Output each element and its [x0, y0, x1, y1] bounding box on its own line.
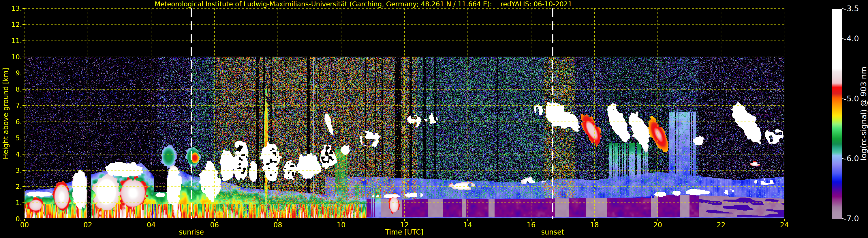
x-tick-mark: [214, 219, 215, 221]
x-tick-label: 14: [456, 221, 479, 229]
y-tick-label: 7.: [0, 101, 22, 109]
y-tick-label: 11.: [0, 37, 22, 45]
y-tick-mark: [23, 105, 25, 106]
x-tick-label: 16: [520, 221, 543, 229]
x-tick-mark: [721, 219, 721, 221]
colorbar: [832, 9, 842, 219]
colorbar-tick-mark: [842, 8, 843, 9]
colorbar-tick-label: -3.5: [844, 4, 867, 13]
x-tick-label: 04: [140, 221, 163, 229]
x-tick-label: 22: [709, 221, 733, 229]
y-tick-mark: [23, 8, 25, 9]
x-tick-mark: [277, 219, 278, 221]
y-tick-label: 4.: [0, 150, 22, 158]
x-tick-label: 18: [583, 221, 606, 229]
y-tick-mark: [23, 138, 25, 138]
y-tick-mark: [23, 122, 25, 122]
sunrise-label: sunrise: [179, 228, 204, 236]
sunset-label: sunset: [541, 228, 564, 236]
x-tick-label: 00: [13, 221, 36, 229]
colorbar-tick-label: -7.0: [844, 214, 867, 223]
y-tick-mark: [23, 154, 25, 155]
x-tick-mark: [657, 219, 658, 221]
y-tick-mark: [23, 89, 25, 89]
colorbar-tick-label: -6.0: [844, 154, 867, 163]
y-tick-label: 12.: [0, 21, 22, 29]
x-tick-label: 08: [266, 221, 289, 229]
x-tick-label: 06: [203, 221, 226, 229]
x-tick-mark: [467, 219, 468, 221]
x-tick-label: 20: [646, 221, 669, 229]
y-tick-label: 13.: [0, 4, 22, 12]
colorbar-tick-label: -5.0: [844, 94, 867, 103]
y-tick-mark: [23, 73, 25, 73]
figure: Meteorological Institute of Ludwig-Maxim…: [0, 0, 868, 238]
colorbar-tick-mark: [842, 99, 843, 99]
y-tick-label: 5.: [0, 134, 22, 142]
y-tick-label: 1.: [0, 199, 22, 207]
x-tick-mark: [404, 219, 405, 221]
y-tick-mark: [23, 57, 25, 57]
x-tick-mark: [531, 219, 531, 221]
x-tick-label: 02: [76, 221, 99, 229]
colorbar-label: log(rc-signal) @ 903 nm: [859, 67, 868, 161]
colorbar-tick-label: -4.0: [844, 34, 867, 43]
heatmap-canvas: [25, 8, 784, 219]
y-tick-label: 8.: [0, 85, 22, 93]
y-tick-label: 6.: [0, 118, 22, 126]
y-tick-label: 9.: [0, 69, 22, 77]
y-tick-mark: [23, 186, 25, 187]
x-tick-mark: [784, 219, 785, 221]
x-tick-mark: [151, 219, 151, 221]
colorbar-tick-mark: [842, 218, 843, 219]
y-tick-mark: [23, 203, 25, 203]
y-tick-mark: [23, 41, 25, 41]
colorbar-tick-mark: [842, 158, 843, 159]
x-tick-mark: [88, 219, 88, 221]
x-tick-mark: [24, 219, 25, 221]
x-tick-label: 12: [393, 221, 416, 229]
colorbar-tick-mark: [842, 38, 843, 39]
x-tick-mark: [341, 219, 341, 221]
y-tick-label: 2.: [0, 183, 22, 191]
page-title: Meteorological Institute of Ludwig-Maxim…: [155, 0, 572, 8]
y-tick-label: 10.: [0, 53, 22, 61]
x-tick-label: 24: [773, 221, 796, 229]
y-tick-mark: [23, 170, 25, 171]
y-axis-label: Height above ground [km]: [2, 68, 10, 159]
x-tick-label: 10: [330, 221, 353, 229]
x-tick-mark: [594, 219, 595, 221]
x-axis-label: Time [UTC]: [385, 228, 424, 236]
y-tick-label: 3.: [0, 166, 22, 175]
y-tick-mark: [23, 24, 25, 25]
